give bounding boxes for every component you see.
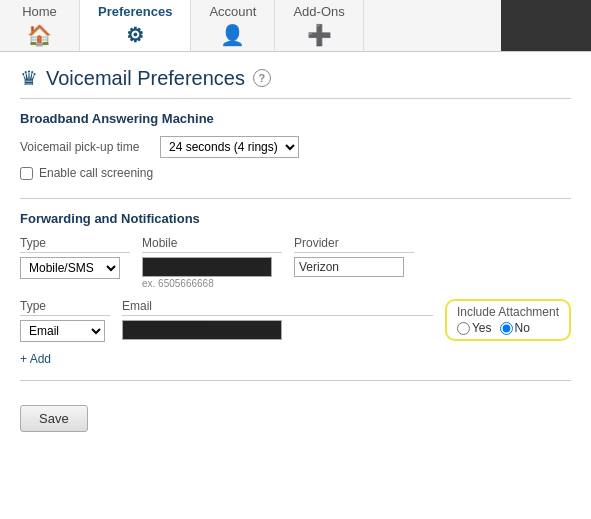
provider-col: Provider (294, 236, 414, 277)
no-radio-label[interactable]: No (500, 321, 530, 335)
type-header-2: Type (20, 299, 110, 316)
user-icon: 👤 (220, 23, 245, 47)
call-screening-row: Enable call screening (20, 166, 571, 180)
radio-row: Yes No (457, 321, 559, 335)
save-button[interactable]: Save (20, 405, 88, 432)
mobile-header: Mobile (142, 236, 282, 253)
no-label: No (515, 321, 530, 335)
nav-label-addons: Add-Ons (293, 4, 344, 19)
gear-icon: ⚙ (126, 23, 144, 47)
home-icon: 🏠 (27, 23, 52, 47)
include-attachment-label: Include Attachment (457, 305, 559, 319)
email-email-col: Email (122, 299, 433, 340)
type-select-2[interactable]: Email Mobile/SMS (20, 320, 105, 342)
nav-item-preferences[interactable]: Preferences ⚙ (80, 0, 191, 51)
call-screening-checkbox[interactable] (20, 167, 33, 180)
provider-header: Provider (294, 236, 414, 253)
fwd-row2: Type Email Mobile/SMS Email Include Atta… (20, 299, 571, 342)
nav-item-addons[interactable]: Add-Ons ➕ (275, 0, 363, 51)
type-header-1: Type (20, 236, 130, 253)
email-type-col: Type Email Mobile/SMS (20, 299, 110, 342)
forwarding-section-title: Forwarding and Notifications (20, 211, 571, 226)
broadband-section-title: Broadband Answering Machine (20, 111, 571, 126)
page-content: ♛ Voicemail Preferences ? Broadband Answ… (0, 52, 591, 446)
mobile-col: Mobile ex. 6505666668 (142, 236, 282, 289)
section-divider-2 (20, 198, 571, 199)
yes-label: Yes (472, 321, 492, 335)
pickup-time-row: Voicemail pick-up time 10 seconds (2 rin… (20, 136, 571, 158)
type-col-1: Type Mobile/SMS Email Other (20, 236, 130, 279)
nav-label-preferences: Preferences (98, 4, 172, 19)
pickup-time-select[interactable]: 10 seconds (2 rings) 16 seconds (3 rings… (160, 136, 299, 158)
broadband-section: Broadband Answering Machine Voicemail pi… (20, 111, 571, 180)
include-attachment-box: Include Attachment Yes No (445, 299, 571, 341)
nav-right-block (501, 0, 591, 51)
nav-bar: Home 🏠 Preferences ⚙ Account 👤 Add-Ons ➕ (0, 0, 591, 52)
yes-radio-label[interactable]: Yes (457, 321, 492, 335)
pickup-time-label: Voicemail pick-up time (20, 140, 150, 154)
fwd-row1: Type Mobile/SMS Email Other Mobile ex. 6… (20, 236, 571, 289)
nav-item-home[interactable]: Home 🏠 (0, 0, 80, 51)
include-attachment-col: Include Attachment Yes No (445, 299, 571, 341)
email-input[interactable] (122, 320, 282, 340)
nav-label-home: Home (22, 4, 57, 19)
forwarding-section: Forwarding and Notifications Type Mobile… (20, 211, 571, 366)
email-header: Email (122, 299, 433, 316)
mobile-input[interactable] (142, 257, 272, 277)
page-title-row: ♛ Voicemail Preferences ? (20, 66, 571, 90)
nav-item-account[interactable]: Account 👤 (191, 0, 275, 51)
section-divider-3 (20, 380, 571, 381)
nav-label-account: Account (209, 4, 256, 19)
call-screening-label[interactable]: Enable call screening (39, 166, 153, 180)
title-divider (20, 98, 571, 99)
crown-icon: ♛ (20, 66, 38, 90)
provider-input[interactable] (294, 257, 404, 277)
plus-icon: ➕ (307, 23, 332, 47)
type-select-1[interactable]: Mobile/SMS Email Other (20, 257, 120, 279)
mobile-hint: ex. 6505666668 (142, 278, 282, 289)
page-title: Voicemail Preferences (46, 67, 245, 90)
yes-radio[interactable] (457, 322, 470, 335)
no-radio[interactable] (500, 322, 513, 335)
help-icon[interactable]: ? (253, 69, 271, 87)
add-link[interactable]: + Add (20, 352, 51, 366)
